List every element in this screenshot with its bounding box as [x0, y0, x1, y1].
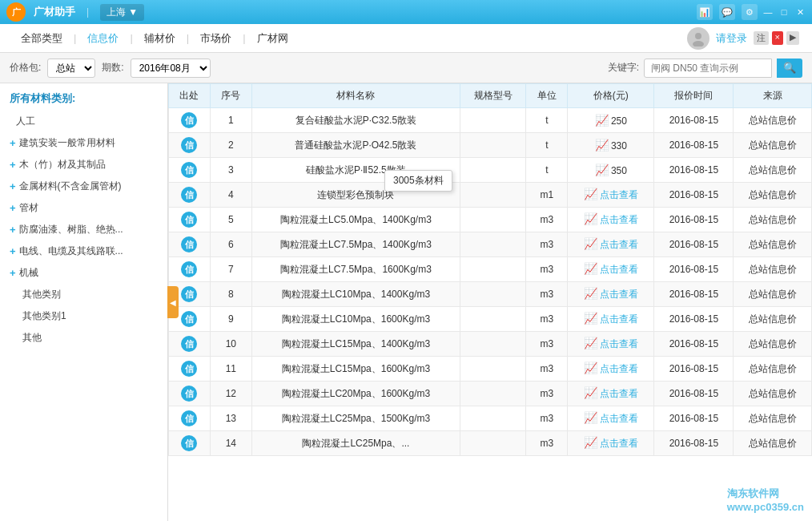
price-link[interactable]: 点击查看	[600, 264, 638, 275]
close-button[interactable]: ✕	[794, 6, 806, 18]
cell-no: 11	[210, 357, 251, 382]
trend-icon[interactable]: 📈	[584, 411, 597, 424]
cell-no: 6	[210, 232, 251, 257]
price-link[interactable]: 点击查看	[600, 239, 638, 250]
cell-unit: m3	[526, 307, 568, 332]
collapse-sidebar-tab[interactable]: ◀	[167, 286, 179, 318]
tooltip-text: 3005条材料	[393, 175, 444, 186]
cell-date: 2016-08-15	[654, 431, 734, 456]
info-badge[interactable]: 信	[181, 162, 197, 178]
trend-icon[interactable]: 📈	[595, 164, 609, 176]
cell-name: 陶粒混凝土LC15Mpa、1600Kg/m3	[251, 357, 460, 382]
trend-icon[interactable]: 📈	[584, 386, 597, 399]
table-row: 信8陶粒混凝土LC10Mpa、1400Kg/m3m3📈 点击查看2016-08-…	[169, 282, 812, 307]
expand-button[interactable]: ▶	[786, 31, 799, 45]
chat-icon[interactable]: 💬	[719, 4, 735, 20]
nav-all-types[interactable]: 全部类型	[13, 28, 70, 49]
table-row: 信14陶粒混凝土LC25Mpa、...m3📈 点击查看2016-08-15总站信…	[169, 431, 812, 456]
price-link[interactable]: 点击查看	[600, 388, 638, 399]
location-text: 上海	[107, 6, 126, 19]
price-package-label: 价格包:	[10, 61, 41, 75]
price-link[interactable]: 点击查看	[600, 438, 638, 449]
trend-icon[interactable]: 📈	[584, 361, 597, 374]
sidebar-item-wire[interactable]: + 电线、电缆及其线路联...	[0, 240, 167, 262]
trend-icon[interactable]: 📈	[595, 139, 609, 151]
nav-info-price[interactable]: 信息价	[79, 28, 127, 49]
nav-sep-3: |	[187, 32, 189, 44]
cell-date: 2016-08-15	[654, 406, 734, 431]
info-badge[interactable]: 信	[181, 137, 197, 153]
table-wrapper[interactable]: 出处 序号 材料名称 规格型号 单位 价格(元) 报价时间 来源 信1复合硅酸盐…	[168, 83, 812, 521]
sidebar-item-machinery[interactable]: + 机械	[0, 262, 167, 284]
cell-unit: m3	[526, 431, 568, 456]
price-package-select[interactable]: 总站	[47, 59, 95, 78]
cell-no: 9	[210, 307, 251, 332]
cell-spec	[460, 307, 526, 332]
info-badge[interactable]: 信	[181, 311, 197, 327]
content-wrapper: ◀ 3005条材料 出处 序号 材料名称 规格型号 单位 价格(元)	[168, 83, 812, 521]
nav-sep-1: |	[74, 32, 76, 44]
cell-spec	[460, 431, 526, 456]
expand-icon-2: +	[10, 159, 16, 171]
info-badge[interactable]: 信	[181, 212, 197, 228]
sidebar-item-anticorrosion[interactable]: + 防腐油漆、树脂、绝热...	[0, 219, 167, 240]
info-badge[interactable]: 信	[181, 187, 197, 203]
cell-unit: m1	[526, 183, 568, 208]
register-button[interactable]: 注	[754, 31, 769, 45]
table-row: 信2普通硅酸盐水泥P·O42.5散装t📈 3302016-08-15总站信息价	[169, 133, 812, 158]
close-login-button[interactable]: ×	[772, 31, 783, 45]
info-badge[interactable]: 信	[181, 386, 197, 402]
keyword-input[interactable]	[644, 59, 772, 78]
trend-icon[interactable]: 📈	[584, 312, 597, 325]
price-link[interactable]: 点击查看	[600, 214, 638, 225]
period-select[interactable]: 2016年08月	[131, 59, 211, 78]
login-button[interactable]: 请登录	[716, 31, 747, 46]
cell-unit: m3	[526, 382, 568, 406]
trend-icon[interactable]: 📈	[584, 237, 597, 250]
sidebar-item-other3[interactable]: 其他	[0, 327, 167, 349]
trend-icon[interactable]: 📈	[584, 436, 597, 449]
expand-icon-7: +	[10, 267, 16, 279]
sidebar-item-metal[interactable]: + 金属材料(不含金属管材)	[0, 176, 167, 197]
price-link[interactable]: 点击查看	[600, 289, 638, 300]
info-badge[interactable]: 信	[181, 410, 197, 426]
sidebar-item-construction[interactable]: + 建筑安装一般常用材料	[0, 132, 167, 154]
price-link[interactable]: 点击查看	[600, 189, 638, 200]
price-link[interactable]: 点击查看	[600, 413, 638, 424]
trend-icon[interactable]: 📈	[584, 212, 597, 225]
minimize-button[interactable]: —	[762, 6, 774, 18]
sidebar-item-other1[interactable]: 其他类别	[0, 284, 167, 305]
trend-icon[interactable]: 📈	[584, 262, 597, 275]
nav-guangcai[interactable]: 广材网	[249, 28, 296, 49]
info-badge[interactable]: 信	[181, 236, 197, 252]
settings-icon[interactable]: ⚙	[742, 4, 758, 20]
col-name: 材料名称	[251, 84, 460, 108]
price-link[interactable]: 点击查看	[600, 338, 638, 349]
trend-icon[interactable]: 📈	[584, 337, 597, 349]
price-link[interactable]: 点击查看	[600, 363, 638, 374]
maximize-button[interactable]: □	[778, 6, 790, 18]
info-badge[interactable]: 信	[181, 261, 197, 277]
price-link[interactable]: 点击查看	[600, 313, 638, 325]
sidebar-item-wood[interactable]: + 木（竹）材及其制品	[0, 154, 167, 176]
svg-point-1	[693, 41, 704, 46]
info-badge[interactable]: 信	[181, 112, 197, 128]
cell-price: 📈 点击查看	[568, 332, 654, 357]
location-selector[interactable]: 上海 ▼	[100, 4, 144, 21]
info-badge[interactable]: 信	[181, 361, 197, 377]
nav-aux-price[interactable]: 辅材价	[136, 28, 183, 49]
info-badge[interactable]: 信	[181, 435, 197, 451]
sidebar-item-other2[interactable]: 其他类别1	[0, 305, 167, 327]
info-badge[interactable]: 信	[181, 286, 197, 302]
search-button[interactable]: 🔍	[777, 59, 802, 78]
info-badge[interactable]: 信	[181, 336, 197, 352]
trend-icon[interactable]: 📈	[584, 188, 597, 200]
col-no: 序号	[210, 84, 251, 108]
cell-spec	[460, 357, 526, 382]
trend-icon[interactable]: 📈	[595, 114, 609, 127]
trend-icon[interactable]: 📈	[584, 287, 597, 300]
sidebar-item-pipe[interactable]: + 管材	[0, 197, 167, 219]
stats-icon[interactable]: 📊	[697, 4, 713, 20]
nav-market-price[interactable]: 市场价	[192, 28, 239, 49]
sidebar-item-rengong[interactable]: 人工	[0, 111, 167, 132]
